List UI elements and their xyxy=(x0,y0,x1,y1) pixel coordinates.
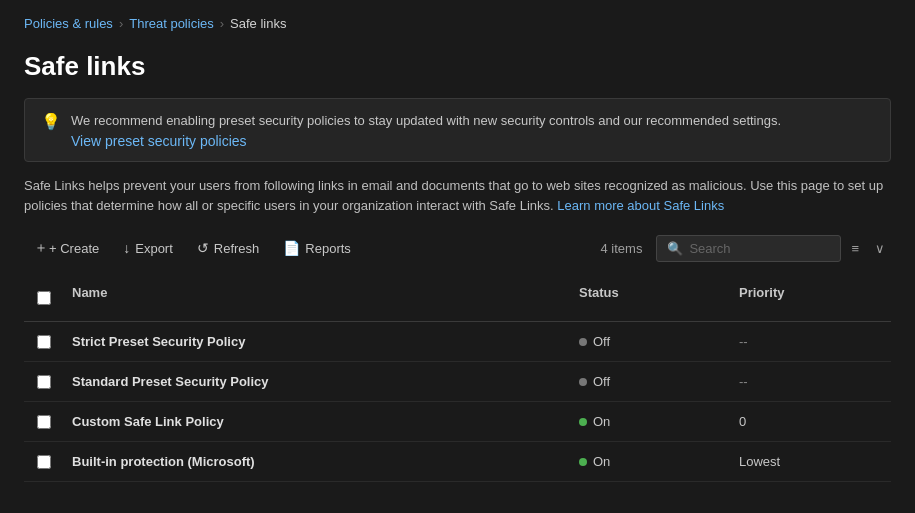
info-icon: 💡 xyxy=(41,112,61,131)
row3-status-label: On xyxy=(593,414,610,429)
row2-checkbox[interactable] xyxy=(37,375,51,389)
breadcrumb-threat-policies[interactable]: Threat policies xyxy=(129,16,214,31)
table-row: Built-in protection (Microsoft) On Lowes… xyxy=(24,442,891,482)
row3-status: On xyxy=(571,404,731,439)
row4-priority: Lowest xyxy=(731,444,891,479)
select-all-checkbox[interactable] xyxy=(37,291,51,305)
view-preset-security-policies-link[interactable]: View preset security policies xyxy=(71,133,781,149)
breadcrumb-current: Safe links xyxy=(230,16,286,31)
row4-name[interactable]: Built-in protection (Microsoft) xyxy=(64,444,571,479)
row3-checkbox-cell[interactable] xyxy=(24,405,64,439)
row4-checkbox-cell[interactable] xyxy=(24,445,64,479)
row2-status: Off xyxy=(571,364,731,399)
header-checkbox-cell[interactable] xyxy=(24,281,64,315)
page-title: Safe links xyxy=(24,51,891,82)
header-name: Name xyxy=(64,281,571,315)
row1-priority: -- xyxy=(731,324,891,359)
learn-more-link[interactable]: Learn more about Safe Links xyxy=(557,198,724,213)
table-row: Strict Preset Security Policy Off -- xyxy=(24,322,891,362)
search-box[interactable]: 🔍 xyxy=(656,235,841,262)
create-icon: ＋ xyxy=(34,239,48,257)
row3-checkbox[interactable] xyxy=(37,415,51,429)
row1-status: Off xyxy=(571,324,731,359)
row3-name[interactable]: Custom Safe Link Policy xyxy=(64,404,571,439)
description-text: Safe Links helps prevent your users from… xyxy=(24,176,891,218)
row1-checkbox[interactable] xyxy=(37,335,51,349)
filter-button[interactable]: ≡ xyxy=(845,236,865,261)
header-status: Status xyxy=(571,281,731,315)
page-container: Policies & rules › Threat policies › Saf… xyxy=(0,0,915,498)
row4-status: On xyxy=(571,444,731,479)
refresh-button[interactable]: ↺ Refresh xyxy=(187,234,270,262)
export-button[interactable]: ↓ Export xyxy=(113,234,183,262)
refresh-icon: ↺ xyxy=(197,240,209,256)
breadcrumb-sep-2: › xyxy=(220,16,224,31)
row1-name[interactable]: Strict Preset Security Policy xyxy=(64,324,571,359)
info-banner: 💡 We recommend enabling preset security … xyxy=(24,98,891,162)
row2-status-label: Off xyxy=(593,374,610,389)
table-header: Name Status Priority xyxy=(24,275,891,322)
breadcrumb: Policies & rules › Threat policies › Saf… xyxy=(24,16,891,31)
row2-status-dot xyxy=(579,378,587,386)
item-count: 4 items xyxy=(601,241,643,256)
toolbar: ＋ + Create ↓ Export ↺ Refresh 📄 Reports … xyxy=(24,233,891,263)
row4-checkbox[interactable] xyxy=(37,455,51,469)
filter-expand-button[interactable]: ∨ xyxy=(869,236,891,261)
header-priority: Priority xyxy=(731,281,891,315)
search-input[interactable] xyxy=(689,241,830,256)
table-row: Custom Safe Link Policy On 0 xyxy=(24,402,891,442)
breadcrumb-sep-1: › xyxy=(119,16,123,31)
row2-name[interactable]: Standard Preset Security Policy xyxy=(64,364,571,399)
table: Name Status Priority Strict Preset Secur… xyxy=(24,275,891,482)
row1-status-dot xyxy=(579,338,587,346)
create-button[interactable]: ＋ + Create xyxy=(24,233,109,263)
breadcrumb-policies-rules[interactable]: Policies & rules xyxy=(24,16,113,31)
row4-status-dot xyxy=(579,458,587,466)
info-banner-text: We recommend enabling preset security po… xyxy=(71,113,781,128)
row3-status-dot xyxy=(579,418,587,426)
export-icon: ↓ xyxy=(123,240,130,256)
row4-status-label: On xyxy=(593,454,610,469)
reports-icon: 📄 xyxy=(283,240,300,256)
info-banner-content: We recommend enabling preset security po… xyxy=(71,111,781,149)
row2-priority: -- xyxy=(731,364,891,399)
row2-checkbox-cell[interactable] xyxy=(24,365,64,399)
row3-priority: 0 xyxy=(731,404,891,439)
table-row: Standard Preset Security Policy Off -- xyxy=(24,362,891,402)
reports-button[interactable]: 📄 Reports xyxy=(273,234,361,262)
search-icon: 🔍 xyxy=(667,241,683,256)
row1-status-label: Off xyxy=(593,334,610,349)
row1-checkbox-cell[interactable] xyxy=(24,325,64,359)
